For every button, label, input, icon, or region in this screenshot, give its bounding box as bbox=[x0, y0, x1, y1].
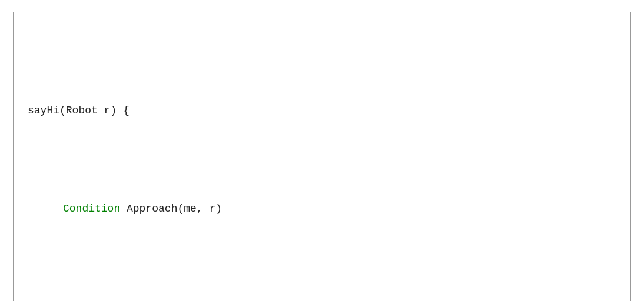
code-line-1: sayHi(Robot r) { bbox=[28, 101, 616, 121]
code-container: sayHi(Robot r) { Condition Approach(me, … bbox=[13, 12, 631, 301]
code-line-2: Condition Approach(me, r) bbox=[28, 199, 616, 219]
code-line-3: Action { bbox=[28, 297, 616, 301]
code-block: sayHi(Robot r) { Condition Approach(me, … bbox=[28, 23, 616, 301]
